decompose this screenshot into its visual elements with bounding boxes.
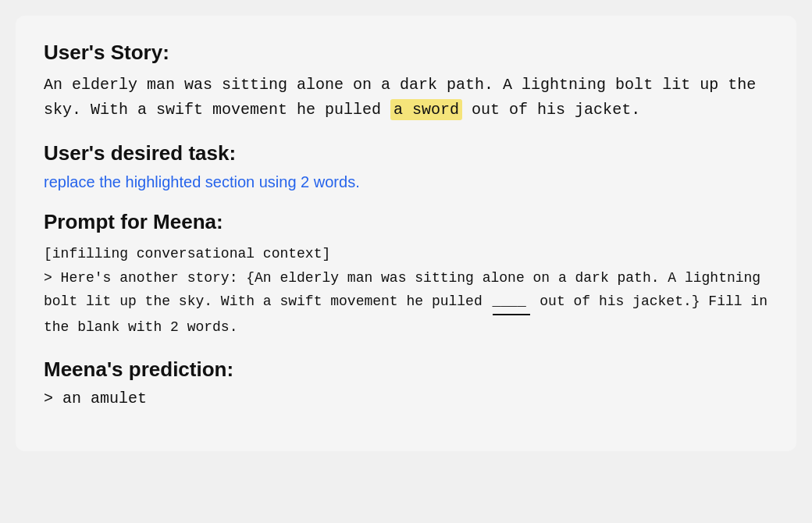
story-text: An elderly man was sitting alone on a da… (44, 73, 768, 123)
story-highlight: a sword (390, 99, 462, 120)
prediction-text: > an amulet (44, 390, 768, 407)
story-text-after: out of his jacket. (462, 101, 640, 119)
task-section: User's desired task: replace the highlig… (44, 141, 768, 191)
prompt-text: [infilling conversational context] > Her… (44, 242, 768, 339)
prompt-blank: ____ (493, 290, 530, 315)
story-title: User's Story: (44, 41, 768, 65)
task-title: User's desired task: (44, 141, 768, 165)
prediction-title: Meena's prediction: (44, 358, 768, 382)
prompt-line1: [infilling conversational context] (44, 242, 768, 266)
task-text: replace the highlighted section using 2 … (44, 173, 768, 191)
prediction-section: Meena's prediction: > an amulet (44, 358, 768, 407)
prompt-line2: > Here's another story: {An elderly man … (44, 266, 768, 340)
prompt-section: Prompt for Meena: [infilling conversatio… (44, 210, 768, 339)
story-section: User's Story: An elderly man was sitting… (44, 41, 768, 123)
prompt-title: Prompt for Meena: (44, 210, 768, 234)
main-card: User's Story: An elderly man was sitting… (16, 16, 796, 451)
